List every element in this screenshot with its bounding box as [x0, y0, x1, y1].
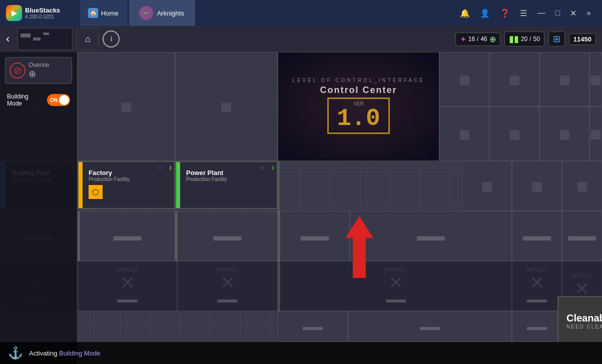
building-mode-toggle[interactable]: ON	[47, 94, 70, 106]
window-controls: 🔔 👤 ❓ ☰ — □ ✕ »	[457, 6, 602, 20]
cell-content: ▦	[121, 100, 132, 114]
row4: INFRADY ✕ ▬▬ INFRADY ✕ ▬▬ INFRADY ✕ ▬▬	[0, 261, 602, 311]
energy-count: 20	[521, 36, 527, 42]
minimize-button[interactable]: —	[534, 6, 548, 20]
chest-resource[interactable]: ⊞	[548, 32, 565, 46]
grid-cell[interactable]: ▬▬	[512, 311, 562, 342]
grid-cell[interactable]: ▬▬	[512, 211, 562, 261]
cell-content: ▦	[221, 100, 232, 114]
info-button[interactable]: i	[103, 30, 120, 48]
energy-resource: ▮▮ 20 / 50	[504, 32, 544, 46]
cell-stack-icon: ▬▬	[568, 228, 596, 244]
cleanable-panel[interactable]: ⚙ Cleanable ① NEED CLEAN UP	[557, 296, 602, 346]
close-button[interactable]: ✕	[567, 6, 579, 20]
drone-separator: /	[477, 36, 478, 42]
locked-cell[interactable]: INFRADY ✕ ▬▬	[280, 261, 512, 311]
facility-row: I ✕ Trading Post Production Facility I ✕…	[0, 161, 602, 211]
gold-count: 11450	[573, 36, 591, 43]
grid-cell[interactable]: ▦	[175, 52, 278, 161]
grid-cell[interactable]: ▦	[589, 52, 602, 106]
arknights-tab-icon: 🎮	[139, 6, 153, 20]
cell-content: ▦	[481, 179, 493, 193]
grid-cell[interactable]: ▦	[539, 106, 589, 161]
status-bar: ⚓ Activating Building Mode	[0, 342, 602, 364]
close-icon[interactable]: ✕	[260, 165, 265, 172]
home-tab[interactable]: 🏠 Home	[80, 0, 127, 26]
grid-cell[interactable]: ▬▬	[348, 311, 512, 342]
red-arrow-indicator	[345, 216, 373, 278]
grid-cell[interactable]: ▦	[512, 161, 562, 211]
cell-content: ▦	[590, 72, 601, 86]
grid-cell[interactable]: ▬▬	[350, 211, 512, 261]
grid-cell[interactable]: ▬▬	[278, 311, 348, 342]
power-plant-info: Power Plant Production Facility	[179, 165, 274, 182]
cleanable-subtitle: NEED CLEAN UP	[566, 324, 602, 330]
locked-cell[interactable]: INFRADY ✕ ▬▬	[512, 261, 562, 311]
factory-honeycomb-icon: ⬡	[89, 185, 103, 199]
grid-cell[interactable]: ▬▬	[80, 211, 175, 261]
cell-stack-icon: ▬▬	[417, 228, 445, 244]
drone-add-button[interactable]: ⊕	[489, 34, 496, 44]
grid-cell[interactable]: ▬▬	[280, 211, 350, 261]
mini-map[interactable]	[18, 28, 73, 50]
control-center-panel[interactable]: LEVEL OF CONTROL_INTERFACE Control Cente…	[278, 52, 439, 161]
back-button[interactable]: ‹	[6, 32, 10, 46]
locked-cell[interactable]: INFRADY ✕ ▬▬	[78, 261, 177, 311]
grid-cell[interactable]: ▦	[489, 52, 539, 106]
grid-cell[interactable]: ▦	[589, 106, 602, 161]
maximize-button[interactable]: □	[552, 6, 563, 20]
home-button[interactable]: ⌂	[77, 28, 99, 50]
arknights-tab-label: Arknights	[157, 10, 184, 17]
minimap-node	[33, 38, 41, 40]
close-icon[interactable]: ✕	[158, 165, 162, 172]
status-text: Activating Building Mode	[29, 350, 100, 357]
grid-cell[interactable]: ▬▬	[562, 211, 602, 261]
user-icon[interactable]: 👤	[477, 6, 493, 20]
grid-cell[interactable]: ▦	[489, 106, 539, 161]
cell-stack-icon: ▬▬	[523, 228, 551, 244]
cc-title: Control Center	[292, 85, 425, 96]
overview-info: Overvie ⊕	[29, 62, 49, 80]
home-tab-label: Home	[101, 10, 119, 17]
help-icon[interactable]: ❓	[497, 6, 513, 20]
cell-stack-icon: ▬▬	[301, 228, 329, 244]
grid-cell[interactable]: ▬▬	[177, 211, 278, 261]
more-button[interactable]: »	[583, 6, 594, 20]
cell-stack: ▬▬	[527, 294, 547, 305]
cell-content: ▦	[576, 179, 588, 193]
cc-content: LEVEL OF CONTROL_INTERFACE Control Cente…	[292, 78, 425, 136]
overview-button[interactable]: ⊘ Overvie ⊕	[5, 57, 72, 84]
locked-x: ✕	[120, 272, 135, 294]
locked-cell[interactable]: INFRADY ✕ ▬▬	[177, 261, 278, 311]
game-area: LEVEL OF CONTROL_INTERFACE Control Cente…	[0, 26, 602, 364]
grid-cell[interactable]: ▦	[539, 52, 589, 106]
locked-cell-content: INFRADY ✕	[571, 273, 593, 300]
cell-content: ▦	[509, 72, 520, 86]
power-plant-bar	[176, 162, 180, 208]
cell-stack-icon: ▬▬	[214, 228, 242, 244]
menu-icon[interactable]: ☰	[517, 6, 530, 20]
chest-icon: ⊞	[553, 34, 560, 44]
top-right-row: LEVEL OF CONTROL_INTERFACE Control Cente…	[278, 52, 602, 161]
overview-label: Overvie	[29, 62, 49, 68]
grid-cell[interactable]: ▦	[462, 161, 512, 211]
top-right-cells: ▦ ▦ ▦ ▦ ▦ ▦ ▦ ▦	[439, 52, 602, 161]
cell-stack: ▬▬	[386, 294, 406, 305]
cell-content: ▦	[559, 72, 570, 86]
bluestacks-logo: ▶ BlueStacks 4.200.0.5201	[0, 5, 80, 21]
cell-stack-icon: ▬▬	[114, 228, 142, 244]
title-bar: ▶ BlueStacks 4.200.0.5201 🏠 Home 🎮 Arkni…	[0, 0, 602, 26]
bell-icon[interactable]: 🔔	[457, 6, 473, 20]
grid-cell[interactable]: ▦	[78, 52, 175, 161]
power-plant-sub: Production Facility	[186, 176, 274, 182]
factory-facility[interactable]: I ✕ Factory Production Facility ⬡	[78, 161, 175, 209]
toggle-on-label: ON	[47, 98, 58, 103]
infra-label: INFRADY	[217, 267, 239, 272]
grid-cell[interactable]: ▦	[562, 161, 602, 211]
locked-cell-content: INFRADY ✕ ▬▬	[526, 267, 548, 305]
arknights-tab[interactable]: 🎮 Arknights	[129, 0, 195, 26]
row3: ▬▬ ▬▬ ▬▬ ▬▬ ▬▬ ▬▬ ▬▬	[0, 211, 602, 261]
power-plant-facility[interactable]: I ✕ Power Plant Production Facility	[175, 161, 278, 209]
grid-cell[interactable]: ▦	[439, 52, 489, 106]
grid-cell[interactable]: ▦	[439, 106, 489, 161]
